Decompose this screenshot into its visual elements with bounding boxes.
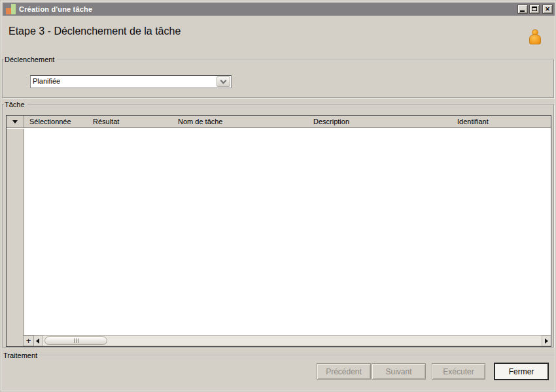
dialog-window: Création d'une tâche Etape 3 - Déclenche… — [0, 0, 556, 392]
trigger-type-select[interactable]: Planifiée — [30, 75, 232, 88]
add-row-button[interactable] — [23, 335, 34, 346]
scroll-right-icon — [545, 338, 548, 344]
scrollbar-grip-icon — [76, 338, 77, 343]
close-dialog-button[interactable]: Fermer — [494, 363, 549, 380]
page-title: Etape 3 - Déclenchement de la tâche — [9, 25, 181, 37]
app-icon-green-block — [11, 4, 16, 14]
execute-button[interactable]: Exécuter — [432, 363, 485, 380]
scrollbar-track[interactable] — [43, 335, 542, 346]
scroll-right-button[interactable] — [542, 335, 551, 346]
app-icon — [5, 3, 16, 15]
group-traitement-label: Traitement — [3, 351, 40, 360]
task-grid-body — [7, 129, 551, 335]
group-tache-label: Tâche — [4, 100, 27, 109]
window-title: Création d'une tâche — [19, 5, 92, 13]
maximize-button[interactable] — [529, 5, 540, 14]
next-button[interactable]: Suivant — [372, 363, 426, 380]
chevron-down-icon — [220, 78, 227, 84]
dropdown-button[interactable] — [217, 76, 230, 87]
window-titlebar[interactable]: Création d'une tâche — [3, 3, 555, 16]
horizontal-scrollbar[interactable] — [23, 335, 551, 346]
scroll-left-button[interactable] — [34, 335, 43, 346]
group-declenchement-label: Déclenchement — [4, 55, 57, 64]
previous-button[interactable]: Précédent — [317, 363, 371, 380]
column-header-nom-de-tache[interactable]: Nom de tâche — [173, 116, 308, 127]
window-controls — [517, 5, 553, 14]
person-icon-body — [529, 35, 541, 44]
column-header-description[interactable]: Description — [308, 116, 452, 127]
column-header-identifiant[interactable]: Identifiant — [452, 116, 551, 127]
row-selector-column — [7, 129, 24, 346]
app-icon-orange-block — [6, 8, 11, 14]
minimize-button[interactable] — [517, 5, 528, 14]
person-icon-head — [532, 29, 538, 35]
scrollbar-thumb[interactable] — [44, 336, 107, 345]
column-header-resultat[interactable]: Résultat — [88, 116, 173, 127]
maximize-icon — [532, 7, 537, 11]
person-icon — [528, 29, 542, 46]
task-grid-header: Sélectionnée Résultat Nom de tâche Descr… — [7, 116, 551, 128]
row-selector-arrow-icon — [12, 120, 18, 123]
scroll-left-icon — [36, 338, 39, 344]
minimize-icon — [520, 10, 525, 12]
trigger-type-value: Planifiée — [33, 77, 60, 85]
select-all-header-cell[interactable] — [7, 116, 24, 127]
task-grid: Sélectionnée Résultat Nom de tâche Descr… — [6, 115, 551, 347]
close-button[interactable] — [542, 5, 553, 14]
column-header-selectionnee[interactable]: Sélectionnée — [24, 116, 88, 127]
